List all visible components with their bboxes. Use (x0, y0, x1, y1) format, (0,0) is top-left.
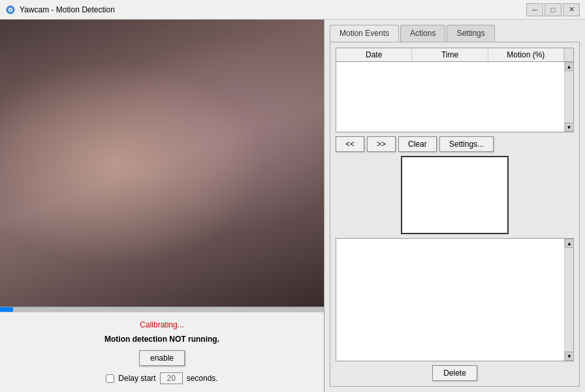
scroll-up-arrow[interactable]: ▲ (565, 62, 574, 71)
calibrating-text: Calibrating... (8, 320, 316, 329)
log-scroll-down[interactable]: ▼ (565, 352, 574, 361)
col-date: Date (336, 48, 412, 61)
left-panel: Calibrating... Motion detection NOT runn… (0, 20, 324, 392)
camera-feed (0, 20, 324, 307)
camera-view (0, 20, 324, 307)
log-body (336, 239, 564, 361)
scroll-down-arrow[interactable]: ▼ (565, 123, 574, 132)
col-time: Time (412, 48, 488, 61)
events-table-header: Date Time Motion (%) (336, 48, 573, 62)
events-table-body (336, 62, 564, 132)
delay-checkbox[interactable] (106, 374, 114, 383)
tab-motion-events[interactable]: Motion Events (330, 25, 399, 42)
nav-buttons: << >> Clear Settings... (336, 136, 574, 152)
progress-bar-container (0, 307, 324, 312)
clear-button[interactable]: Clear (398, 136, 437, 152)
close-button[interactable]: ✕ (563, 3, 580, 16)
window-controls: ─ □ ✕ (526, 3, 580, 16)
progress-bar-fill (0, 307, 13, 312)
delay-area: Delay start seconds. (8, 372, 316, 384)
delete-button[interactable]: Delete (432, 365, 477, 381)
main-layout: Calibrating... Motion detection NOT runn… (0, 20, 585, 392)
window-title: Yawcam - Motion Detection (20, 5, 115, 14)
right-panel: Motion Events Actions Settings Date Time… (324, 20, 585, 392)
tab-actions[interactable]: Actions (400, 25, 445, 42)
not-running-text: Motion detection NOT running. (8, 335, 316, 344)
delay-label-suffix: seconds. (187, 374, 218, 383)
title-bar: Yawcam - Motion Detection ─ □ ✕ (0, 0, 585, 20)
settings-button[interactable]: Settings... (439, 136, 494, 152)
preview-container (401, 156, 509, 234)
status-area: Calibrating... Motion detection NOT runn… (0, 312, 324, 392)
svg-point-2 (10, 8, 12, 10)
enable-button[interactable]: enable (139, 350, 185, 366)
tab-settings[interactable]: Settings (447, 25, 494, 42)
events-scrollbar[interactable]: ▲ ▼ (564, 62, 573, 132)
maximize-button[interactable]: □ (545, 3, 561, 16)
log-scrollbar[interactable]: ▲ ▼ (564, 239, 573, 361)
minimize-button[interactable]: ─ (526, 3, 543, 16)
log-scroll-up[interactable]: ▲ (565, 239, 574, 248)
app-icon (5, 5, 16, 15)
prev-button[interactable]: << (336, 136, 364, 152)
col-motion: Motion (%) (488, 48, 564, 61)
events-table: Date Time Motion (%) ▲ ▼ (336, 48, 574, 132)
log-container: ▲ ▼ (336, 238, 574, 361)
delay-input[interactable] (160, 372, 183, 384)
title-bar-left: Yawcam - Motion Detection (5, 5, 115, 15)
delay-label-prefix: Delay start (118, 374, 155, 383)
next-button[interactable]: >> (367, 136, 396, 152)
tabs: Motion Events Actions Settings (330, 25, 580, 42)
tab-content: Date Time Motion (%) ▲ ▼ << >> (330, 42, 580, 387)
